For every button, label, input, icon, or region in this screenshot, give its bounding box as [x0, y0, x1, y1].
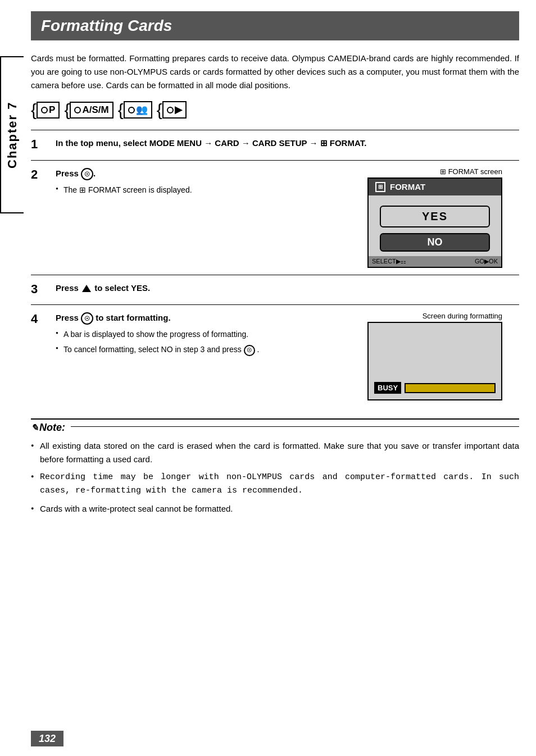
- circle-play: [167, 107, 174, 113]
- note-list: All existing data stored on the card is …: [31, 439, 519, 516]
- page-title-bar: Formatting Cards: [31, 11, 519, 40]
- note-section: ✎ Note: All existing data stored on the …: [31, 418, 519, 516]
- mode-asm-label: A/S/M: [82, 104, 108, 116]
- no-button: NO: [380, 233, 490, 252]
- format-title-text: FORMAT: [390, 182, 425, 192]
- step-4-header: Press ☉ to start formatting.: [56, 312, 358, 325]
- note-item-3: Cards with a write-protect seal cannot b…: [31, 502, 519, 516]
- step-3-content: Press to select YES.: [56, 282, 519, 298]
- mode-p-label: P: [49, 104, 55, 116]
- pencil-icon: ✎: [31, 422, 38, 433]
- step-2-bullet-1: The ⊞ FORMAT screen is displayed.: [56, 184, 358, 196]
- busy-bar-row: BUSY: [374, 382, 496, 394]
- steps-container: 1 In the top menu, select MODE MENU → CA…: [31, 130, 519, 407]
- circle-p: [41, 107, 48, 113]
- step-1-content: In the top menu, select MODE MENU → CARD…: [56, 137, 519, 153]
- brace-left-play: {: [157, 102, 162, 119]
- format-screen-body: YES NO: [369, 195, 501, 256]
- mode-asm-icon: A/S/M: [70, 102, 113, 119]
- step-4-bullet-2: To cancel formatting, select NO in step …: [56, 343, 358, 356]
- mode-scn-label: 👥: [136, 104, 148, 116]
- note-item-1: All existing data stored on the card is …: [31, 439, 519, 466]
- page-number-area: 132: [31, 733, 63, 745]
- step-4: 4 Press ☉ to start formatting. A bar is …: [31, 304, 519, 407]
- step-1-header: In the top menu, select MODE MENU → CARD…: [56, 137, 519, 150]
- chapter-label: Chapter 7: [5, 101, 20, 168]
- page-number-badge: 132: [31, 731, 63, 746]
- mode-badge-p: { P: [31, 101, 60, 119]
- step-4-bullet-1: A bar is displayed to show the progress …: [56, 328, 358, 340]
- footer-select: SELECT▶⚏: [372, 258, 406, 265]
- format-screen-title: ⊞ FORMAT: [369, 179, 501, 195]
- step-4-content: Press ☉ to start formatting. A bar is di…: [56, 312, 358, 400]
- brace-left: {: [31, 102, 37, 119]
- step-4-screen-area: Screen during formatting BUSY: [367, 312, 519, 400]
- step-4-screen-label: Screen during formatting: [367, 312, 502, 320]
- mode-badge-play: { ▶: [157, 101, 187, 119]
- busy-screen: BUSY: [367, 322, 502, 400]
- busy-label: BUSY: [374, 382, 401, 394]
- mode-icons-row: { P { A/S/M { 👥 { ▶: [31, 101, 519, 119]
- format-screen: ⊞ FORMAT YES NO SELECT▶⚏ GO▶OK: [367, 177, 502, 268]
- step-2-screen-label: ⊞ FORMAT screen: [367, 167, 502, 176]
- step-4-number: 4: [31, 312, 47, 400]
- note-title: ✎ Note:: [31, 422, 519, 434]
- busy-progress-bar: [405, 383, 496, 393]
- step-2: 2 Press ☉. The ⊞ FORMAT screen is displa…: [31, 160, 519, 275]
- step-3-header: Press to select YES.: [56, 282, 519, 295]
- yes-button: YES: [380, 206, 490, 227]
- step-2-number: 2: [31, 167, 47, 268]
- step-3-number: 3: [31, 282, 47, 298]
- mode-p-icon: P: [37, 102, 60, 119]
- mode-play-label: ▶: [175, 104, 182, 116]
- chapter-tab: Chapter 7: [0, 56, 24, 213]
- mode-scn-icon: 👥: [124, 101, 152, 119]
- intro-paragraph: Cards must be formatted. Formatting prep…: [31, 52, 519, 92]
- step-1: 1 In the top menu, select MODE MENU → CA…: [31, 130, 519, 160]
- note-item-2: Recording time may be longer with non-OL…: [31, 471, 519, 498]
- footer-go: GO▶OK: [475, 258, 498, 265]
- circle-asm: [74, 107, 81, 113]
- step-2-header: Press ☉.: [56, 167, 358, 180]
- step-3: 3 Press to select YES.: [31, 275, 519, 305]
- mode-badge-scn: { 👥: [118, 101, 152, 119]
- mode-play-icon: ▶: [162, 101, 187, 119]
- note-title-text: Note:: [39, 422, 65, 434]
- step-4-body: A bar is displayed to show the progress …: [56, 328, 358, 356]
- format-title-icon: ⊞: [375, 182, 385, 192]
- step-2-screen-area: ⊞ FORMAT screen ⊞ FORMAT YES NO SELECT▶⚏…: [367, 167, 519, 268]
- step-2-content: Press ☉. The ⊞ FORMAT screen is displaye…: [56, 167, 358, 268]
- brace-left-scn: {: [118, 102, 124, 119]
- format-screen-footer: SELECT▶⚏ GO▶OK: [369, 256, 501, 267]
- mode-badge-asm: { A/S/M: [64, 101, 113, 119]
- step-2-body: The ⊞ FORMAT screen is displayed.: [56, 184, 358, 196]
- circle-scn: [128, 107, 135, 113]
- page-title: Formatting Cards: [41, 17, 509, 35]
- brace-left-asm: {: [64, 102, 70, 119]
- step-1-number: 1: [31, 137, 47, 153]
